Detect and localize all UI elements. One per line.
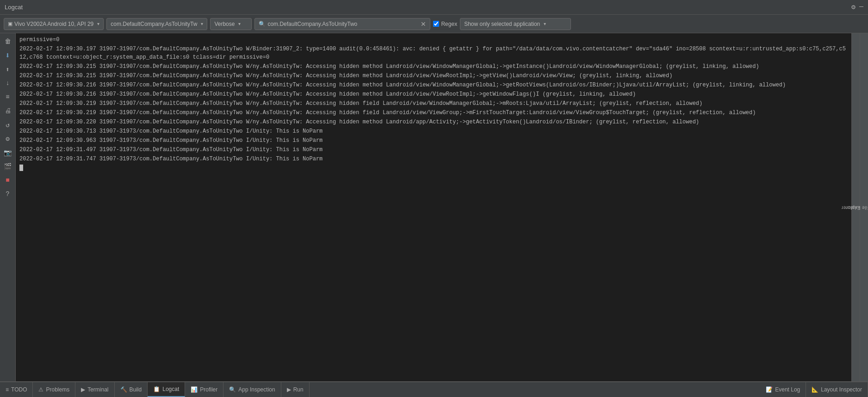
verbose-label: Verbose (214, 21, 235, 27)
tab-label-appinspection: App Inspection (238, 386, 275, 393)
log-line: 2022-02-17 12:09:30.215 31907-31907/com.… (19, 71, 848, 80)
window-title: Logcat (5, 4, 23, 11)
device-dropdown[interactable]: ▣ Vivo V2002A Android 10, API 29 ▾ (4, 18, 104, 30)
regex-label: Regex (441, 21, 457, 27)
tab-icon-todo: ≡ (6, 386, 9, 393)
search-icon: 🔍 (259, 21, 266, 27)
bottom-bar: ≡TODO⚠Problems▶Terminal🔨Build📋Logcat📊Pro… (0, 381, 868, 397)
log-line: 2022-02-17 12:09:30.215 31907-31907/com.… (19, 62, 848, 71)
stop-icon[interactable]: ■ (1, 174, 14, 187)
minimize-icon[interactable]: — (859, 3, 863, 12)
device-file-label: Device File Explorer (841, 205, 868, 210)
tab-icon-build: 🔨 (120, 386, 127, 393)
filter-icon[interactable]: ≡ (1, 91, 14, 104)
log-line: 2022-02-17 12:09:30.220 31907-31907/com.… (19, 117, 848, 127)
title-bar-controls: ⚙ — (851, 3, 863, 12)
settings-gear-icon[interactable]: ⚙ (1, 132, 14, 145)
show-only-arrow: ▾ (544, 21, 546, 26)
settings-icon[interactable]: ⚙ (851, 3, 856, 12)
tab-label-profiler: Profiler (200, 386, 217, 393)
show-only-dropdown[interactable]: Show only selected application ▾ (460, 18, 571, 30)
log-line: 2022-02-17 12:09:30.219 31907-31907/com.… (19, 99, 848, 108)
search-input[interactable] (267, 21, 419, 27)
regex-checkbox[interactable]: Regex (433, 21, 457, 27)
bottom-tab-logcat[interactable]: 📋Logcat (148, 382, 185, 397)
log-line: permissive=0 (19, 35, 848, 44)
log-line: 2022-02-17 12:09:30.713 31907-31973/com.… (19, 127, 848, 136)
refresh-icon[interactable]: ↺ (1, 118, 14, 131)
app-label: com.DefaultCompany.AsToUnityTw (111, 21, 197, 27)
bottom-tabs-left: ≡TODO⚠Problems▶Terminal🔨Build📋Logcat📊Pro… (0, 382, 310, 397)
bottom-tab-todo[interactable]: ≡TODO (0, 382, 33, 397)
upload-icon[interactable]: ⬆ (1, 63, 14, 76)
log-line: 2022-02-17 12:09:30.216 31907-31907/com.… (19, 80, 848, 90)
scroll-down-icon[interactable]: ⬇ (1, 49, 14, 62)
verbose-dropdown[interactable]: Verbose ▾ (210, 18, 252, 30)
down-icon[interactable]: ↓ (1, 77, 14, 90)
device-label: Vivo V2002A Android 10, API 29 (14, 21, 93, 27)
camera-icon[interactable]: 📷 (1, 146, 14, 159)
bottom-tabs-right: 📝Event Log📐Layout Inspector (760, 382, 868, 397)
tab-icon-problems: ⚠ (38, 386, 43, 393)
bottom-tab-build[interactable]: 🔨Build (115, 382, 148, 397)
tab-icon-terminal: ▶ (81, 386, 85, 393)
bottom-tab-appinspection[interactable]: 🔍App Inspection (223, 382, 281, 397)
bottom-tab-layoutinspector[interactable]: 📐Layout Inspector (806, 382, 868, 397)
tab-icon-layoutinspector: 📐 (812, 386, 818, 393)
tab-label-terminal: Terminal (87, 386, 108, 393)
device-file-sidebar: Device File Explorer (860, 33, 868, 381)
print-icon[interactable]: 🖨 (1, 104, 14, 117)
tab-label-build: Build (130, 386, 142, 393)
tab-icon-run: ▶ (287, 386, 291, 393)
bottom-tab-profiler[interactable]: 📊Profiler (185, 382, 223, 397)
toolbar: ▣ Vivo V2002A Android 10, API 29 ▾ com.D… (0, 15, 868, 33)
trash-icon[interactable]: 🗑 (1, 35, 14, 48)
help-icon[interactable]: ? (1, 188, 14, 201)
log-area[interactable]: permissive=02022-02-17 12:09:30.197 3190… (16, 33, 851, 381)
tab-icon-logcat: 📋 (153, 386, 160, 392)
title-bar: Logcat ⚙ — (0, 0, 868, 15)
bottom-tab-run[interactable]: ▶Run (281, 382, 310, 397)
show-only-label: Show only selected application (464, 21, 540, 27)
main-content: 🗑 ⬇ ⬆ ↓ ≡ 🖨 ↺ ⚙ 📷 🎬 ■ ? permissive=02022… (0, 33, 868, 381)
tab-icon-eventlog: 📝 (766, 386, 773, 393)
device-dropdown-arrow: ▾ (97, 21, 99, 26)
app-dropdown[interactable]: com.DefaultCompany.AsToUnityTw ▾ (106, 18, 207, 30)
tab-icon-appinspection: 🔍 (229, 386, 236, 393)
log-line: 2022-02-17 12:09:30.197 31907-31907/com.… (19, 44, 848, 62)
search-box: 🔍 ✕ (254, 18, 430, 30)
tab-label-problems: Problems (46, 386, 69, 393)
log-line: 2022-02-17 12:09:31.497 31907-31973/com.… (19, 145, 848, 154)
bottom-tab-eventlog[interactable]: 📝Event Log (760, 382, 806, 397)
regex-check[interactable] (433, 21, 439, 27)
tab-label-run: Run (293, 386, 304, 393)
left-sidebar: 🗑 ⬇ ⬆ ↓ ≡ 🖨 ↺ ⚙ 📷 🎬 ■ ? (0, 33, 16, 381)
tab-label-eventlog: Event Log (775, 386, 800, 393)
cursor (19, 165, 23, 171)
tab-icon-profiler: 📊 (191, 386, 198, 393)
video-icon[interactable]: 🎬 (1, 160, 14, 173)
bottom-tab-terminal[interactable]: ▶Terminal (75, 382, 114, 397)
tab-label-logcat: Logcat (162, 386, 179, 392)
log-line: 2022-02-17 12:09:30.963 31907-31973/com.… (19, 136, 848, 145)
search-clear-button[interactable]: ✕ (421, 20, 426, 28)
log-line: 2022-02-17 12:09:31.747 31907-31973/com.… (19, 154, 848, 164)
app-dropdown-arrow: ▾ (201, 21, 203, 26)
verbose-dropdown-arrow: ▾ (238, 21, 241, 26)
bottom-tab-problems[interactable]: ⚠Problems (33, 382, 75, 397)
tab-label-layoutinspector: Layout Inspector (821, 386, 862, 393)
log-line: 2022-02-17 12:09:30.216 31907-31907/com.… (19, 90, 848, 99)
log-line: 2022-02-17 12:09:30.219 31907-31907/com.… (19, 108, 848, 117)
tab-label-todo: TODO (11, 386, 27, 393)
